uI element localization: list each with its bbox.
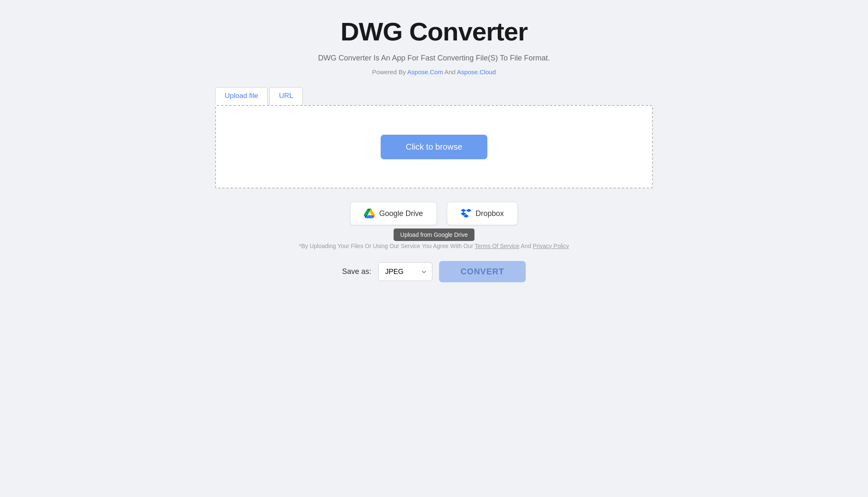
aspose-com-link[interactable]: Aspose.Com — [407, 68, 443, 75]
google-drive-button[interactable]: Google Drive — [350, 202, 437, 225]
tab-group: Upload file URL — [215, 87, 303, 105]
terms-and: And — [519, 243, 533, 249]
powered-by-and: And — [443, 68, 457, 75]
dropbox-label: Dropbox — [476, 209, 504, 218]
save-convert-row: Save as: JPEG PNG PDF BMP TIFF SVG CONVE… — [342, 261, 526, 282]
dropbox-icon — [461, 208, 472, 219]
google-drive-label: Google Drive — [379, 209, 423, 218]
google-drive-tooltip: Upload from Google Drive — [394, 228, 474, 241]
save-as-label: Save as: — [342, 267, 371, 276]
format-select[interactable]: JPEG PNG PDF BMP TIFF SVG — [378, 262, 432, 281]
browse-button[interactable]: Click to browse — [381, 135, 487, 159]
powered-by: Powered By Aspose.Com And Aspose.Cloud — [372, 68, 496, 75]
tab-url[interactable]: URL — [269, 87, 303, 105]
terms-prefix: *By Uploading Your Files Or Using Our Se… — [299, 243, 475, 249]
google-drive-icon — [364, 208, 375, 219]
aspose-cloud-link[interactable]: Aspose.Cloud — [457, 68, 496, 75]
convert-button[interactable]: CONVERT — [439, 261, 526, 282]
page-subtitle: DWG Converter Is An App For Fast Convert… — [318, 54, 550, 63]
powered-by-prefix: Powered By — [372, 68, 407, 75]
privacy-policy-link[interactable]: Privacy Policy — [533, 243, 569, 249]
page-title: DWG Converter — [341, 17, 528, 46]
dropbox-button[interactable]: Dropbox — [447, 202, 518, 225]
cloud-buttons-group: Google Drive Dropbox Upload from Google … — [350, 202, 517, 225]
tab-upload-file[interactable]: Upload file — [215, 87, 268, 105]
main-container: DWG Converter DWG Converter Is An App Fo… — [215, 17, 653, 282]
terms-of-service-link[interactable]: Terms Of Service — [475, 243, 519, 249]
upload-dropzone[interactable]: Click to browse — [215, 105, 653, 188]
terms-text: *By Uploading Your Files Or Using Our Se… — [299, 243, 569, 249]
